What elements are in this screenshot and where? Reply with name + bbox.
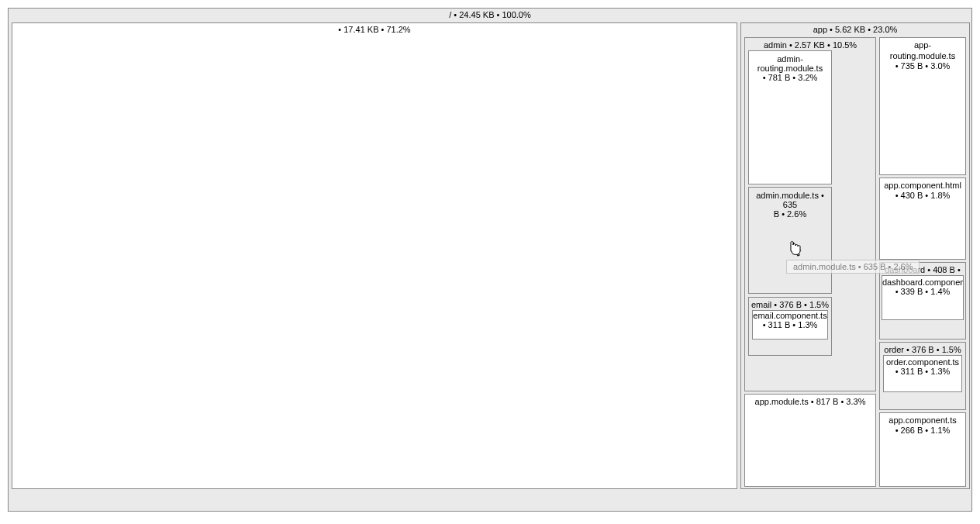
order-inner-l1: order.component.ts	[884, 357, 961, 367]
approuting-l1: app-routing.module.ts	[880, 38, 965, 61]
dashboard-inner-l1: dashboard.component	[882, 278, 963, 287]
treemap-node-app-component-html[interactable]: app.component.html • 430 B • 1.8%	[879, 178, 966, 260]
app-col-left: admin • 2.57 KB • 10.5% admin- routing.m…	[744, 37, 876, 485]
order-label: order • 376 B • 1.5%	[880, 343, 965, 355]
treemap-node-app[interactable]: app • 5.62 KB • 23.0% admin • 2.57 KB • …	[740, 22, 970, 489]
treemap-node-admin-module[interactable]: admin.module.ts • 635 B • 2.6%	[748, 187, 832, 294]
appcompts-l1: app.component.ts	[880, 413, 965, 426]
treemap-node-admin-routing[interactable]: admin- routing.module.ts • 781 B • 3.2%	[748, 50, 832, 184]
treemap-node-app-module[interactable]: app.module.ts • 817 B • 3.3%	[744, 394, 876, 487]
treemap-root[interactable]: / • 24.45 KB • 100.0% • 17.41 KB • 71.2%…	[8, 8, 972, 512]
admin-routing-l3: • 781 B • 3.2%	[749, 73, 831, 82]
treemap-node-admin[interactable]: admin • 2.57 KB • 10.5% admin- routing.m…	[744, 37, 876, 391]
treemap-node-app-routing[interactable]: app-routing.module.ts • 735 B • 3.0%	[879, 37, 966, 175]
app-body: admin • 2.57 KB • 10.5% admin- routing.m…	[744, 37, 966, 485]
email-inner-l2: • 311 B • 1.3%	[753, 320, 827, 329]
treemap-node-blank[interactable]: • 17.41 KB • 71.2%	[12, 22, 737, 489]
order-inner-l2: • 311 B • 1.3%	[884, 367, 961, 376]
treemap-node-app-component-ts[interactable]: app.component.ts • 266 B • 1.1%	[879, 412, 966, 487]
app-col-right: app-routing.module.ts • 735 B • 3.0% app…	[879, 37, 966, 485]
admin-label: admin • 2.57 KB • 10.5%	[745, 38, 875, 50]
admin-routing-l2: routing.module.ts	[749, 64, 831, 73]
root-header: / • 24.45 KB • 100.0%	[9, 9, 971, 21]
admin-module-l2: B • 2.6%	[749, 209, 831, 219]
treemap-node-order-component[interactable]: order.component.ts • 311 B • 1.3%	[883, 355, 962, 392]
email-label: email • 376 B • 1.5%	[749, 298, 831, 310]
app-label: app • 5.62 KB • 23.0%	[741, 23, 969, 36]
blank-label: • 17.41 KB • 71.2%	[12, 23, 737, 36]
treemap-node-email[interactable]: email • 376 B • 1.5% email.component.ts …	[748, 297, 832, 356]
appcompts-l2: • 266 B • 1.1%	[880, 426, 965, 435]
appmodule-label: app.module.ts • 817 B • 3.3%	[745, 395, 875, 407]
treemap-node-email-component[interactable]: email.component.ts • 311 B • 1.3%	[752, 310, 828, 340]
admin-routing-l1: admin-	[749, 51, 831, 64]
treemap-node-dashboard[interactable]: dashboard • 408 B • dashboard.component …	[879, 262, 966, 340]
appcomphtml-l1: app.component.html	[880, 178, 965, 191]
admin-body: admin- routing.module.ts • 781 B • 3.2% …	[745, 50, 835, 388]
treemap-node-dashboard-component[interactable]: dashboard.component • 339 B • 1.4%	[882, 275, 964, 320]
dashboard-label: dashboard • 408 B •	[880, 263, 965, 275]
treemap-node-order[interactable]: order • 376 B • 1.5% order.component.ts …	[879, 342, 966, 410]
admin-module-l1: admin.module.ts • 635	[749, 188, 831, 209]
approuting-l2: • 735 B • 3.0%	[880, 61, 965, 71]
root-body: • 17.41 KB • 71.2% app • 5.62 KB • 23.0%…	[12, 22, 968, 495]
email-inner-l1: email.component.ts	[753, 311, 827, 320]
dashboard-inner-l2: • 339 B • 1.4%	[882, 287, 963, 296]
appcomphtml-l2: • 430 B • 1.8%	[880, 191, 965, 200]
